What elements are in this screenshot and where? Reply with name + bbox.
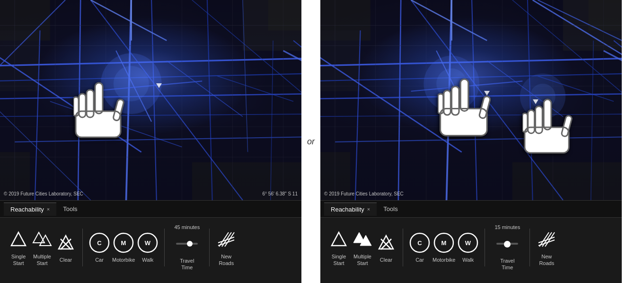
clear-svg-left <box>55 232 77 254</box>
single-start-svg-left <box>8 229 29 250</box>
travel-time-slider-right[interactable] <box>496 233 518 255</box>
clear-icon-left <box>55 232 77 254</box>
svg-rect-82 <box>320 30 361 91</box>
car-svg-right: C <box>409 232 431 254</box>
single-start-icon-left <box>8 229 29 250</box>
new-roads-icon-left <box>215 229 237 250</box>
svg-rect-47 <box>95 83 103 114</box>
multiple-start-icon-left <box>31 229 53 250</box>
car-svg-left: C <box>88 232 110 254</box>
panel-left: © 2019 Future Cities Laboratory, SEC 6° … <box>0 0 301 283</box>
svg-marker-147 <box>332 232 346 246</box>
new-roads-button-right[interactable]: NewRoads <box>536 229 557 267</box>
slider-track-right[interactable] <box>496 243 518 245</box>
motorbike-label-left: Motorbike <box>112 256 135 263</box>
car-icon-left: C <box>88 232 110 254</box>
multiple-start-button-right[interactable]: MultipleStart <box>352 229 373 267</box>
tab-reachability-label-right: Reachability <box>331 206 364 213</box>
tab-close-left[interactable]: × <box>47 206 50 212</box>
slider-thumb-right[interactable] <box>504 241 511 248</box>
walk-icon-right: W <box>457 232 479 254</box>
tools-content-left: SingleStart MultipleStart <box>0 218 301 278</box>
map-area-left[interactable]: © 2019 Future Cities Laboratory, SEC 6° … <box>0 0 301 200</box>
tab-reachability-label-left: Reachability <box>10 206 44 213</box>
new-roads-button-left[interactable]: NewRoads <box>215 229 237 267</box>
slider-thumb-left[interactable] <box>187 241 193 247</box>
multiple-start-svg-left <box>31 229 53 250</box>
travel-time-label-left: TravelTime <box>180 257 194 271</box>
copyright-right: © 2019 Future Cities Laboratory, SEC <box>324 191 404 196</box>
walk-button-left[interactable]: W Walk <box>137 232 159 263</box>
tab-tools-left[interactable]: Tools <box>56 203 84 215</box>
tab-reachability-right[interactable]: Reachability × <box>324 203 377 216</box>
svg-text:W: W <box>145 239 151 247</box>
cursor-hand-2-right <box>522 97 573 164</box>
clear-label-right: Clear <box>380 256 392 263</box>
walk-svg-right: W <box>457 232 479 254</box>
cursor-hand-left <box>73 80 125 150</box>
svg-marker-60 <box>33 232 44 243</box>
divider-1-right <box>403 229 403 266</box>
single-start-label-left: SingleStart <box>11 253 26 267</box>
toolbar-right: Reachability × Tools SingleStart <box>320 200 622 283</box>
svg-text:C: C <box>417 239 422 247</box>
map-area-right[interactable]: © 2019 Future Cities Laboratory, SEC <box>320 0 622 200</box>
road-network-left <box>0 0 301 200</box>
svg-marker-150 <box>379 236 393 249</box>
walk-svg-left: W <box>137 232 159 254</box>
svg-rect-6 <box>0 30 40 91</box>
motorbike-icon-right: M <box>433 232 455 254</box>
motorbike-button-left[interactable]: M Motorbike <box>112 232 135 263</box>
motorbike-svg-right: M <box>433 232 455 254</box>
clear-button-right[interactable]: Clear <box>375 232 397 263</box>
svg-rect-135 <box>544 99 551 130</box>
walk-icon-left: W <box>137 232 159 254</box>
multiple-start-svg-right <box>352 229 373 250</box>
car-button-right[interactable]: C Car <box>409 232 431 263</box>
new-roads-icon-right <box>536 229 557 250</box>
panel-right: © 2019 Future Cities Laboratory, SEC Rea… <box>320 0 622 283</box>
clear-label-left: Clear <box>60 256 72 263</box>
or-divider: or <box>301 137 320 147</box>
svg-rect-80 <box>512 162 622 200</box>
travel-minutes-left: 45 minutes <box>174 224 200 230</box>
single-start-svg-right <box>328 229 350 250</box>
multiple-start-icon-right <box>352 229 373 250</box>
single-start-button-left[interactable]: SingleStart <box>8 229 29 267</box>
panels-container: © 2019 Future Cities Laboratory, SEC 6° … <box>0 0 644 283</box>
cursor-hand-1-right <box>438 77 492 147</box>
walk-button-right[interactable]: W Walk <box>457 232 479 263</box>
svg-text:M: M <box>121 239 126 247</box>
car-label-left: Car <box>95 256 104 263</box>
car-label-right: Car <box>415 256 424 263</box>
motorbike-label-right: Motorbike <box>432 256 455 263</box>
divider-3-left <box>209 229 210 266</box>
clear-button-left[interactable]: Clear <box>55 232 77 263</box>
toolbar-left: Reachability × Tools SingleStart <box>0 200 301 283</box>
new-roads-svg-right <box>536 229 557 250</box>
tab-reachability-left[interactable]: Reachability × <box>4 203 56 216</box>
motorbike-svg-left: M <box>113 232 134 254</box>
multiple-start-label-right: MultipleStart <box>353 253 371 267</box>
svg-text:M: M <box>441 239 447 247</box>
tab-close-right[interactable]: × <box>367 206 370 212</box>
coords-left: 6° 56' 6.38" S 11 <box>262 191 298 196</box>
divider-1-left <box>82 229 83 266</box>
walk-label-left: Walk <box>142 256 153 263</box>
travel-time-slider-left[interactable] <box>176 233 198 255</box>
single-start-button-right[interactable]: SingleStart <box>328 229 350 267</box>
tab-tools-right[interactable]: Tools <box>377 203 404 215</box>
svg-text:C: C <box>97 239 102 247</box>
svg-text:W: W <box>465 239 471 247</box>
divider-3-right <box>529 229 530 266</box>
divider-2-left <box>164 229 165 266</box>
divider-2-right <box>485 229 485 266</box>
clear-icon-right <box>375 232 397 254</box>
copyright-left: © 2019 Future Cities Laboratory, SEC <box>4 191 83 196</box>
motorbike-button-right[interactable]: M Motorbike <box>432 232 455 263</box>
slider-track-left[interactable] <box>176 243 198 245</box>
car-button-left[interactable]: C Car <box>88 232 110 263</box>
motorbike-icon-left: M <box>113 232 134 254</box>
new-roads-label-right: NewRoads <box>539 253 554 267</box>
multiple-start-button-left[interactable]: MultipleStart <box>31 229 53 267</box>
